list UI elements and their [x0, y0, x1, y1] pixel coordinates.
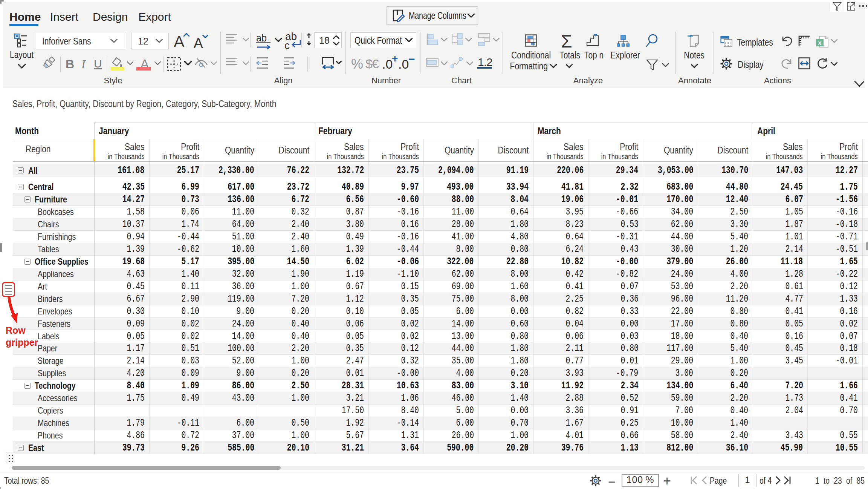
svg-text:x: x: [818, 40, 822, 46]
